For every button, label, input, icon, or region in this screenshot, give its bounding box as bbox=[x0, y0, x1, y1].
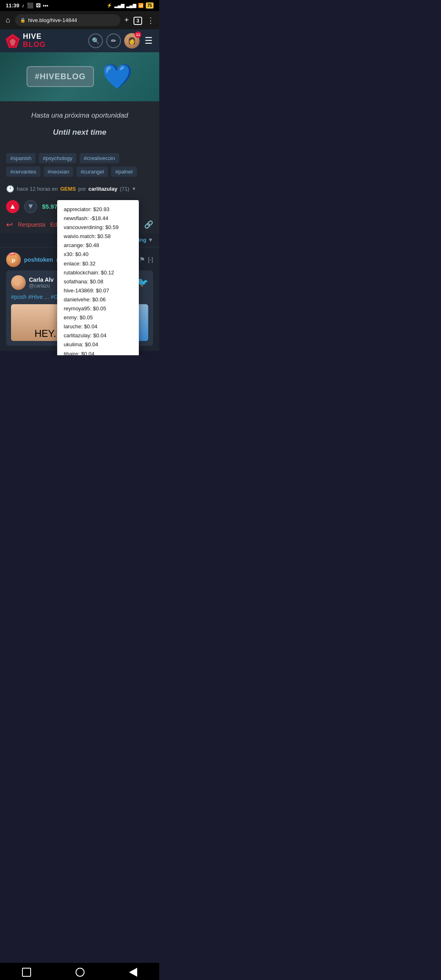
author-rep: (71) bbox=[120, 186, 129, 192]
comment-avatar: POSH P bbox=[6, 252, 21, 267]
tag-curangel[interactable]: #curangel bbox=[76, 167, 108, 177]
blog-text: BLOG bbox=[23, 41, 46, 49]
wifi-icon: 📶 bbox=[138, 3, 144, 8]
english-text: Until next time bbox=[8, 128, 151, 137]
search-button[interactable]: 🔍 bbox=[88, 33, 103, 48]
lock-icon: 🔒 bbox=[20, 18, 26, 23]
post-meta: 🕐 hace 12 horas en GEMS por carlitazulay… bbox=[0, 181, 159, 197]
post-banner: #HIVEBLOG 💙 bbox=[0, 52, 159, 101]
tag-neoxian[interactable]: #neoxian bbox=[44, 167, 74, 177]
task-icon: ⬛ bbox=[27, 2, 33, 9]
payout-value: $5.97 bbox=[42, 203, 58, 210]
browser-home-button[interactable]: ⌂ bbox=[4, 14, 12, 26]
notification-badge: 11 bbox=[135, 31, 141, 38]
tag-palnet[interactable]: #palnet bbox=[111, 167, 137, 177]
por-text: por bbox=[78, 186, 86, 192]
url-text: hive.blog/hive-14844 bbox=[28, 17, 77, 23]
collapse-icon[interactable]: [-] bbox=[148, 256, 153, 263]
twitter-icon: 🐦 bbox=[137, 277, 148, 288]
tag-cervantes[interactable]: #cervantes bbox=[6, 167, 40, 177]
time: 11:39 bbox=[6, 2, 19, 9]
tweet-tags[interactable]: #posh #Hive bbox=[11, 294, 43, 300]
add-tab-button[interactable]: + bbox=[124, 15, 130, 25]
heart-emoji: 💙 bbox=[102, 65, 133, 89]
browser-menu-button[interactable]: ⋮ bbox=[146, 15, 155, 26]
tweet-avatar bbox=[11, 275, 26, 290]
meta-caret-icon[interactable]: ▼ bbox=[132, 186, 136, 191]
browser-actions: + 3 ⋮ bbox=[124, 15, 155, 26]
avatar-placeholder: P bbox=[12, 258, 16, 264]
voter-row: ukulima: $0.04 bbox=[64, 340, 132, 349]
voter-row: laruche: $0.04 bbox=[64, 322, 132, 331]
author-link[interactable]: carlitazulay bbox=[89, 186, 118, 192]
voter-row: tibaire: $0.04 bbox=[64, 350, 132, 356]
dice-icon: ⚄ bbox=[36, 2, 40, 9]
dots-icon: ••• bbox=[43, 2, 49, 9]
flag-icon[interactable]: ⚑ bbox=[139, 256, 145, 263]
tweet-name: Carla Alv bbox=[29, 276, 53, 283]
signal2-icon: ▂▄▆ bbox=[126, 3, 136, 8]
hive-text: HIVE bbox=[23, 33, 46, 41]
hamburger-menu-button[interactable]: ☰ bbox=[143, 34, 154, 48]
status-left: 11:39 ♪ ⬛ ⚄ ••• bbox=[6, 2, 48, 9]
voter-row: vancouverdining: $0.59 bbox=[64, 223, 132, 232]
browser-chrome: ⌂ 🔒 hive.blog/hive-14844 + 3 ⋮ bbox=[0, 11, 159, 29]
tab-count: 3 bbox=[134, 17, 142, 25]
tags-area: #spanish #psychology #creativecoin #cerv… bbox=[0, 147, 159, 181]
spanish-text: Hasta una próxima oportunidad bbox=[8, 111, 151, 120]
reply-button[interactable]: Respuesta bbox=[18, 221, 45, 228]
post-text-section: Hasta una próxima oportunidad Until next… bbox=[0, 101, 159, 147]
voter-row: reymoya95: $0.05 bbox=[64, 304, 132, 313]
battery-indicator: 75 bbox=[146, 2, 154, 9]
comment-author-link[interactable]: poshtoken bbox=[24, 256, 53, 263]
downvote-button[interactable]: ▼ bbox=[24, 200, 37, 213]
tweet-user-info: Carla Alv @carlazu bbox=[29, 276, 53, 289]
tiktok-icon: ♪ bbox=[22, 2, 24, 9]
hiveblog-tag: #HIVEBLOG bbox=[27, 66, 94, 87]
voter-row: rutablockchain: $0.12 bbox=[64, 268, 132, 277]
votes-dropdown: appreciator: $20.93 newsflash: -$18.44 v… bbox=[57, 200, 139, 355]
voter-row: arcange: $0.48 bbox=[64, 241, 132, 250]
header-nav: 🔍 ✏ 👩 11 ☰ bbox=[88, 33, 154, 49]
voter-row: sofathana: $0.08 bbox=[64, 277, 132, 286]
voter-row: enlace: $0.32 bbox=[64, 259, 132, 268]
voter-row: hive-143869: $0.07 bbox=[64, 286, 132, 295]
voter-row: carlitazulay: $0.04 bbox=[64, 331, 132, 340]
voter-row: x30: $0.40 bbox=[64, 250, 132, 259]
voter-row: danielvehe: $0.06 bbox=[64, 295, 132, 304]
hive-title: HIVE BLOG bbox=[23, 33, 46, 49]
tag-psychology[interactable]: #psychology bbox=[39, 153, 76, 163]
tag-spanish[interactable]: #spanish bbox=[6, 153, 36, 163]
reply-icon: ↩ bbox=[6, 220, 13, 229]
tag-creativecoin[interactable]: #creativecoin bbox=[80, 153, 119, 163]
time-ago-text: hace 12 horas en bbox=[17, 186, 58, 192]
voter-row: enmy: $0.05 bbox=[64, 313, 132, 322]
status-right: ⚡ ▂▄▆ ▂▄▆ 📶 75 bbox=[107, 2, 154, 9]
compose-button[interactable]: ✏ bbox=[106, 33, 121, 48]
tab-switcher-button[interactable]: 3 bbox=[133, 15, 143, 25]
sort-caret-icon[interactable]: ▼ bbox=[148, 237, 153, 243]
link-icon[interactable]: 🔗 bbox=[144, 220, 153, 229]
hive-diamond-icon bbox=[5, 33, 20, 49]
upvote-button[interactable]: ▲ bbox=[6, 200, 19, 213]
voter-row: waivio.match: $0.58 bbox=[64, 232, 132, 241]
content-area: #HIVEBLOG 💙 Hasta una próxima oportunida… bbox=[0, 52, 159, 351]
bluetooth-icon: ⚡ bbox=[107, 3, 112, 8]
hive-logo[interactable]: HIVE BLOG bbox=[5, 33, 46, 49]
posh-badge: POSH bbox=[6, 252, 15, 255]
url-bar[interactable]: 🔒 hive.blog/hive-14844 bbox=[15, 14, 120, 26]
tweet-handle: @carlazu bbox=[29, 283, 53, 289]
clock-icon: 🕐 bbox=[6, 185, 14, 193]
community-link[interactable]: GEMS bbox=[60, 186, 76, 192]
tweet-text: ... bbox=[45, 294, 51, 300]
signal-icon: ▂▄▆ bbox=[114, 3, 124, 8]
hey-text: HEY. bbox=[35, 328, 56, 339]
voter-row: newsflash: -$18.44 bbox=[64, 214, 132, 223]
status-bar: 11:39 ♪ ⬛ ⚄ ••• ⚡ ▂▄▆ ▂▄▆ 📶 75 bbox=[0, 0, 159, 11]
site-header: HIVE BLOG 🔍 ✏ 👩 11 ☰ bbox=[0, 29, 159, 52]
voter-row: appreciator: $20.93 bbox=[64, 205, 132, 214]
